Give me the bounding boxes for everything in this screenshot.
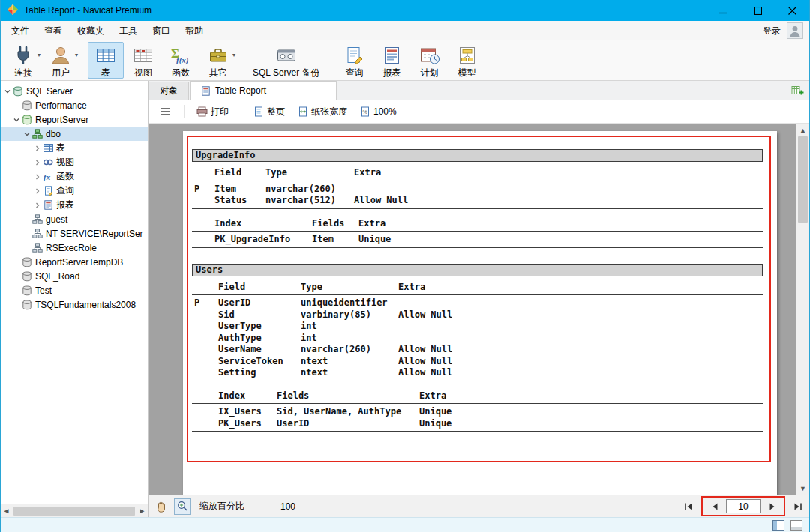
preview-vertical-scrollbar[interactable]: ▲ ▼ [796, 124, 809, 495]
scroll-left-arrow-icon[interactable]: ◄ [1, 505, 12, 517]
toolbox-icon [208, 45, 229, 66]
hand-tool-button[interactable] [153, 498, 170, 515]
divider [192, 247, 763, 248]
cell-extra: Allow Null [352, 195, 763, 207]
scroll-right-arrow-icon[interactable]: ► [136, 505, 148, 517]
menu-help[interactable]: 帮助 [178, 21, 211, 40]
chevron-down-icon[interactable] [2, 88, 12, 95]
chevron-right-icon[interactable] [32, 145, 42, 152]
previous-page-button[interactable] [707, 500, 721, 513]
scroll-up-arrow-icon[interactable]: ▲ [796, 124, 809, 136]
tree-item-views[interactable]: 视图 [1, 155, 148, 169]
schedule-button[interactable]: 计划 [412, 42, 448, 79]
database-icon [21, 100, 33, 111]
whole-page-button[interactable]: 整页 [250, 103, 289, 121]
table-title: UpgradeInfo [192, 149, 763, 162]
tree-item-nt-service[interactable]: NT SERVICE\ReportSer [1, 226, 148, 241]
scrollbar-thumb[interactable] [14, 507, 135, 516]
tree-item-sql-server[interactable]: SQL Server [1, 84, 148, 98]
login-link[interactable]: 登录 [763, 25, 781, 37]
sidebar-horizontal-scrollbar[interactable]: ◄ ► [1, 504, 148, 517]
next-page-button[interactable] [766, 500, 779, 513]
tree-item-reportserver[interactable]: ReportServer [1, 112, 148, 127]
new-tab-button[interactable] [790, 84, 805, 97]
user-avatar[interactable] [787, 22, 803, 39]
menu-view[interactable]: 查看 [37, 21, 70, 40]
layout-bottom-pane-toggle[interactable] [790, 519, 803, 531]
connection-button[interactable]: ▾ 连接 [5, 42, 41, 79]
svg-text:f(x): f(x) [176, 55, 189, 65]
tab-bar: 对象 Table Report [148, 81, 809, 100]
tree-item-queries[interactable]: 查询 [1, 184, 148, 198]
cell-type: nvarchar(260) [263, 184, 352, 196]
layout-left-pane-toggle[interactable] [772, 519, 785, 531]
menu-window[interactable]: 窗口 [145, 21, 178, 40]
tree-item-rsexecrole[interactable]: RSExecRole [1, 241, 148, 255]
close-button[interactable] [775, 0, 809, 21]
tree-item-test[interactable]: Test [1, 283, 148, 297]
field-row: Sid varbinary(85) Allow Null [192, 309, 763, 321]
field-row: P UserID uniqueidentifier [192, 297, 763, 309]
scroll-down-arrow-icon[interactable]: ▼ [796, 482, 809, 495]
menu-file[interactable]: 文件 [4, 21, 37, 40]
zoom-100-button[interactable]: % 100% [356, 104, 400, 119]
tab-table-report[interactable]: Table Report [190, 81, 337, 100]
report-button[interactable]: 报表 [374, 42, 410, 79]
tree-item-functions[interactable]: fx 函数 [1, 169, 148, 184]
tree-item-tables[interactable]: 表 [1, 141, 148, 155]
server-connection-icon [12, 86, 24, 97]
maximize-button[interactable] [740, 0, 775, 21]
print-button[interactable]: 打印 [193, 103, 232, 121]
table-icon [95, 45, 116, 66]
svg-text:fx: fx [44, 172, 51, 181]
report-preview-area[interactable]: UpgradeInfo Field Type Extra P [148, 124, 796, 495]
menu-favorites[interactable]: 收藏夹 [70, 21, 112, 40]
tree-item-reports[interactable]: 报表 [1, 198, 148, 212]
query-button[interactable]: 查询 [337, 42, 373, 79]
chevron-right-icon[interactable] [32, 187, 42, 195]
others-button[interactable]: ▾ 其它 [200, 42, 236, 79]
function-button[interactable]: Σf(x) 函数 [163, 42, 199, 79]
scrollbar-thumb[interactable] [798, 136, 808, 223]
table-button[interactable]: 表 [88, 42, 124, 79]
tree-item-sql-road[interactable]: SQL_Road [1, 269, 148, 283]
last-page-button[interactable] [791, 500, 805, 513]
dropdown-arrow-icon: ▾ [75, 52, 78, 58]
page-number-input[interactable]: 10 [726, 499, 760, 513]
chevron-right-icon[interactable] [32, 159, 42, 166]
divider [192, 431, 763, 432]
cell-field: Setting [216, 367, 298, 379]
tab-objects[interactable]: 对象 [148, 82, 189, 100]
cell-field: Sid [216, 309, 298, 321]
view-button[interactable]: 视图 [125, 42, 161, 79]
menu-tools[interactable]: 工具 [112, 21, 145, 40]
connection-icon [13, 45, 34, 66]
backup-button[interactable]: SQL Server 备份 [245, 42, 328, 79]
model-button[interactable]: 模型 [449, 42, 485, 79]
tree-item-performance[interactable]: Performance [1, 98, 148, 112]
printer-icon [196, 106, 208, 117]
window-title: Table Report - Navicat Premium [24, 5, 152, 16]
paper-width-button[interactable]: 纸张宽度 [294, 103, 351, 121]
report-content: UpgradeInfo Field Type Extra P [192, 149, 763, 447]
col-header-fields: Fields [274, 390, 417, 402]
hand-icon [156, 501, 167, 513]
chevron-right-icon[interactable] [32, 202, 42, 209]
cell-index: PK_UpgradeInfo [212, 234, 310, 246]
cell-field: Status [212, 195, 263, 207]
chevron-down-icon[interactable] [22, 130, 32, 138]
chevron-right-icon[interactable] [32, 173, 42, 181]
first-page-button[interactable] [682, 500, 695, 513]
report-menu-button[interactable] [156, 104, 176, 119]
tree-item-guest[interactable]: guest [1, 212, 148, 226]
tree-item-tsqlfundamentals2008[interactable]: TSQLFundamentals2008 [1, 297, 148, 312]
database-icon [21, 257, 33, 267]
user-button[interactable]: ▾ 用户 [43, 42, 79, 79]
tree-item-dbo[interactable]: dbo [1, 127, 148, 141]
zoom-tool-button[interactable] [174, 498, 190, 515]
table-title: Users [192, 264, 763, 276]
chevron-down-icon[interactable] [11, 116, 21, 124]
minimize-button[interactable] [706, 0, 740, 21]
query-small-icon [42, 186, 54, 196]
tree-item-reportservertempdb[interactable]: ReportServerTempDB [1, 255, 148, 269]
